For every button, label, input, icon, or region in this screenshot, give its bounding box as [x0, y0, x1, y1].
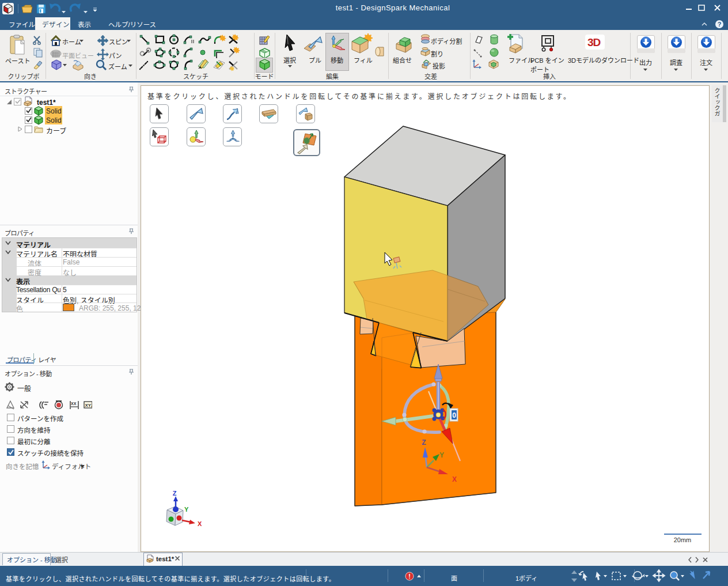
- svg-text:?: ?: [718, 21, 722, 28]
- svg-text:0: 0: [452, 411, 456, 419]
- svg-text:XX: XX: [71, 402, 77, 406]
- svg-text:XYZ: XYZ: [85, 403, 93, 408]
- svg-text:20mm: 20mm: [674, 536, 692, 543]
- svg-text:Y: Y: [439, 451, 444, 459]
- svg-text:X: X: [198, 520, 202, 527]
- svg-text:Y: Y: [184, 506, 189, 513]
- svg-text:3D: 3D: [587, 36, 601, 48]
- svg-text:X: X: [452, 475, 457, 483]
- svg-text:Z: Z: [173, 490, 177, 497]
- svg-text:!: !: [408, 573, 411, 580]
- svg-text:Z: Z: [422, 438, 426, 447]
